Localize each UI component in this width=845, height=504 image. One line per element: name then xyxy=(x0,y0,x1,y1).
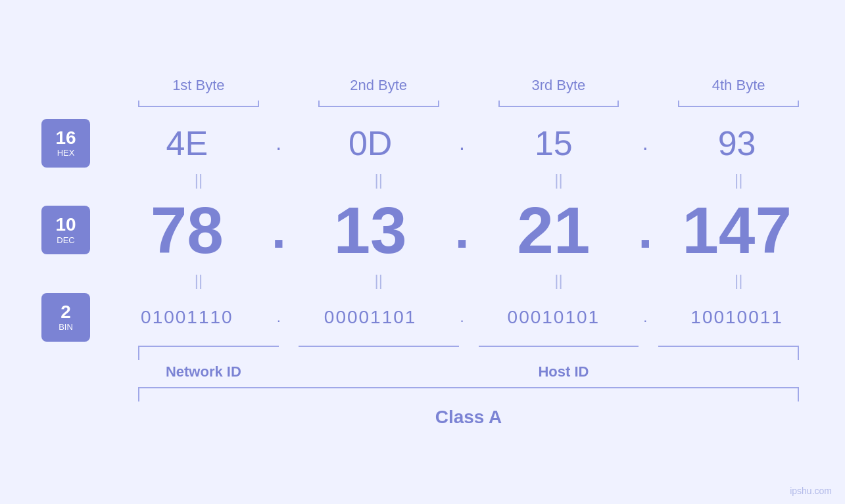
bin-b4: 10010011 xyxy=(655,307,819,328)
hex-b4: 93 xyxy=(655,124,819,163)
class-section: Class A xyxy=(26,387,819,428)
dec-badge: 10 DEC xyxy=(41,206,90,254)
bin-values: 01001110 . 00001101 . 00010101 . 1001001… xyxy=(105,307,819,328)
network-host-brackets xyxy=(26,346,819,360)
hex-badge: 16 HEX xyxy=(41,119,90,168)
hex-b1: 4E xyxy=(105,124,269,163)
network-bracket xyxy=(118,346,279,360)
hex-sep1: . xyxy=(269,131,289,155)
hex-row: 16 HEX 4E . 0D . 15 . 93 xyxy=(26,119,819,168)
hex-values: 4E . 0D . 15 . 93 xyxy=(105,124,819,163)
bin-b3: 00010101 xyxy=(472,307,636,328)
dec-sep3: . xyxy=(635,200,655,260)
dec-sep2: . xyxy=(452,200,472,260)
host-id-label: Host ID xyxy=(308,363,819,380)
class-bracket xyxy=(138,387,799,401)
dec-b3: 21 xyxy=(472,193,636,268)
eq1-b2: || xyxy=(299,171,459,189)
eq1-b4: || xyxy=(658,171,819,189)
bin-label: 2 BIN xyxy=(26,293,105,342)
dec-label: 10 DEC xyxy=(26,206,105,254)
bin-row: 2 BIN 01001110 . 00001101 . 00010101 . 1… xyxy=(26,293,819,342)
host-bracket-1 xyxy=(299,346,459,360)
dec-sep1: . xyxy=(269,200,289,260)
byte-headers: 1st Byte 2nd Byte 3rd Byte 4th Byte xyxy=(26,77,819,94)
main-container: 1st Byte 2nd Byte 3rd Byte 4th Byte xyxy=(0,0,845,504)
host-bracket-3 xyxy=(658,346,819,360)
network-host-labels: Network ID Host ID xyxy=(26,363,819,380)
watermark: ipshu.com xyxy=(790,486,832,496)
bin-sep3: . xyxy=(635,309,655,326)
class-label: Class A xyxy=(118,407,819,428)
network-id-label: Network ID xyxy=(118,363,289,380)
hex-b3: 15 xyxy=(472,124,636,163)
eq1-b1: || xyxy=(118,171,279,189)
hex-b2: 0D xyxy=(289,124,452,163)
bin-sep2: . xyxy=(452,309,472,326)
equals-row-2: || || || || xyxy=(26,271,819,290)
bin-badge: 2 BIN xyxy=(41,293,90,342)
dec-b1: 78 xyxy=(105,193,269,268)
top-brackets xyxy=(26,101,819,112)
byte2-header: 2nd Byte xyxy=(299,77,459,94)
hex-sep2: . xyxy=(452,131,472,155)
dec-b4: 147 xyxy=(655,193,819,268)
dec-row: 10 DEC 78 . 13 . 21 . 147 xyxy=(26,193,819,268)
byte3-header: 3rd Byte xyxy=(479,77,639,94)
equals-row-1: || || || || xyxy=(26,171,819,189)
byte1-header: 1st Byte xyxy=(118,77,279,94)
eq1-b3: || xyxy=(479,171,639,189)
bin-b2: 00001101 xyxy=(289,307,452,328)
bin-sep1: . xyxy=(269,309,289,326)
eq2-b2: || xyxy=(299,271,459,290)
eq2-b1: || xyxy=(118,271,279,290)
dec-b2: 13 xyxy=(289,193,452,268)
eq2-b4: || xyxy=(658,271,819,290)
host-bracket-2 xyxy=(479,346,639,360)
bin-b1: 01001110 xyxy=(105,307,269,328)
hex-sep3: . xyxy=(635,131,655,155)
eq2-b3: || xyxy=(479,271,639,290)
dec-values: 78 . 13 . 21 . 147 xyxy=(105,193,819,268)
hex-label: 16 HEX xyxy=(26,119,105,168)
byte4-header: 4th Byte xyxy=(658,77,819,94)
